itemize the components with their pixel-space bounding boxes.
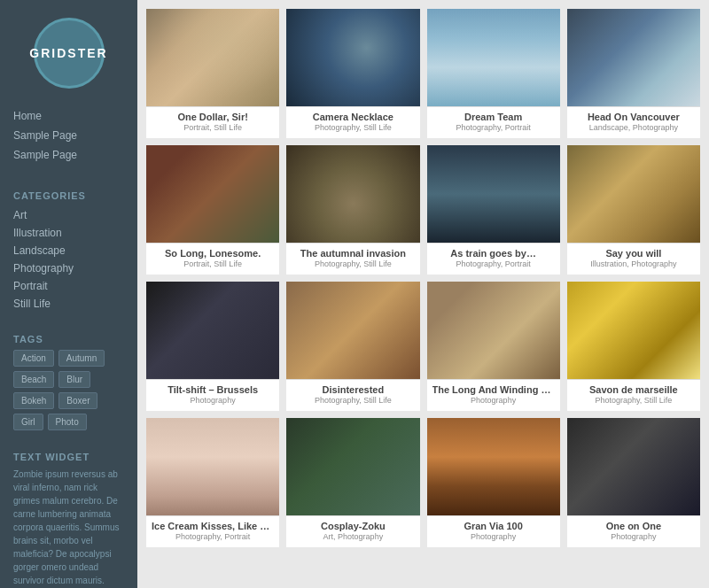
item-title: Say you will (573, 248, 695, 259)
grid-item[interactable]: The autumnal invasionPhotography, Still … (286, 145, 419, 275)
tags-title: TAGS (0, 334, 137, 344)
category-item[interactable]: Still Life (13, 295, 124, 313)
item-info: Say you willIllustration, Photography (567, 244, 700, 275)
item-info: Savon de marseillePhotography, Still Lif… (567, 380, 700, 411)
category-item[interactable]: Landscape (13, 242, 124, 259)
item-categories: Photography, Still Life (292, 259, 414, 268)
photo-thumbnail (427, 9, 560, 106)
text-widget-body: Zombie ipsum reversus ab viral inferno, … (0, 468, 137, 587)
item-categories: Illustration, Photography (573, 259, 695, 268)
sidebar-nav-item[interactable]: Sample Page (13, 126, 124, 145)
item-title: Disinterested (292, 384, 414, 395)
grid-item[interactable]: The Long And Winding RoadPhotography (427, 282, 560, 411)
grid-item[interactable]: Gran Via 100Photography (427, 418, 560, 547)
item-info: Gran Via 100Photography (427, 516, 560, 547)
grid-item[interactable]: Head On VancouverLandscape, Photography (567, 9, 700, 138)
item-title: One Dollar, Sir! (152, 112, 274, 122)
item-title: Cosplay-Zoku (292, 521, 414, 531)
item-title: Tilt-shift – Brussels (152, 384, 274, 395)
logo: GRIDSTER (34, 18, 105, 89)
text-widget-title: TEXT WIDGET (0, 452, 137, 462)
item-categories: Portrait, Still Life (152, 123, 274, 132)
tag-button[interactable]: Boxer (58, 392, 97, 409)
categories-title: CATEGORIES (0, 190, 137, 201)
photo-thumbnail (146, 145, 279, 243)
grid-item[interactable]: Dream TeamPhotography, Portrait (427, 9, 560, 138)
tag-button[interactable]: Action (13, 350, 54, 367)
tag-button[interactable]: Bokeh (13, 392, 54, 409)
photo-thumbnail (567, 9, 700, 106)
item-categories: Photography, Still Life (573, 396, 695, 405)
item-info: Tilt-shift – BrusselsPhotography (146, 380, 279, 411)
item-info: DisinterestedPhotography, Still Life (286, 380, 419, 411)
item-info: One on OnePhotography (567, 516, 700, 547)
grid-item[interactable]: Tilt-shift – BrusselsPhotography (146, 282, 279, 411)
grid-item[interactable]: One on OnePhotography (567, 418, 700, 547)
item-categories: Landscape, Photography (573, 123, 695, 132)
categories-list: ArtIllustrationLandscapePhotographyPortr… (0, 206, 137, 321)
photo-thumbnail (567, 418, 700, 515)
item-title: Savon de marseille (573, 384, 695, 395)
item-title: So Long, Lonesome. (152, 248, 274, 259)
tag-button[interactable]: Beach (13, 371, 54, 388)
grid-item[interactable]: Ice Cream Kisses, Like SummerPhotography… (146, 418, 279, 547)
sidebar-nav-item[interactable]: Home (13, 106, 124, 126)
item-title: As train goes by… (432, 248, 555, 259)
sidebar-nav: HomeSample PageSample Page (0, 106, 137, 178)
grid-item[interactable]: Savon de marseillePhotography, Still Lif… (567, 282, 700, 411)
item-categories: Photography (432, 532, 555, 541)
item-categories: Photography (573, 532, 695, 541)
item-info: One Dollar, Sir!Portrait, Still Life (146, 107, 279, 138)
item-info: Dream TeamPhotography, Portrait (427, 107, 560, 138)
photo-thumbnail (286, 418, 419, 515)
item-info: Cosplay-ZokuArt, Photography (286, 516, 419, 547)
item-info: As train goes by…Photography, Portrait (427, 244, 560, 275)
item-info: Ice Cream Kisses, Like SummerPhotography… (146, 516, 279, 547)
item-categories: Art, Photography (292, 532, 414, 541)
category-item[interactable]: Illustration (13, 224, 124, 242)
item-title: Dream Team (432, 112, 555, 122)
grid-item[interactable]: Camera NecklacePhotography, Still Life (286, 9, 419, 138)
photo-thumbnail (146, 282, 279, 379)
item-title: The Long And Winding Road (432, 384, 555, 395)
item-title: Ice Cream Kisses, Like Summer (152, 521, 274, 531)
sidebar-nav-item[interactable]: Sample Page (13, 145, 124, 165)
photo-thumbnail (286, 282, 419, 379)
item-info: The Long And Winding RoadPhotography (427, 380, 560, 411)
tag-button[interactable]: Girl (13, 414, 43, 430)
photo-grid: One Dollar, Sir!Portrait, Still LifeCame… (146, 9, 700, 547)
item-title: The autumnal invasion (292, 248, 414, 259)
item-info: The autumnal invasionPhotography, Still … (286, 244, 419, 275)
tag-button[interactable]: Blur (58, 371, 90, 388)
category-item[interactable]: Photography (13, 259, 124, 277)
photo-thumbnail (567, 282, 700, 379)
grid-item[interactable]: Cosplay-ZokuArt, Photography (286, 418, 419, 547)
item-info: Camera NecklacePhotography, Still Life (286, 107, 419, 138)
photo-thumbnail (146, 418, 279, 515)
item-title: Head On Vancouver (573, 112, 695, 122)
item-title: Camera Necklace (292, 112, 414, 122)
item-info: So Long, Lonesome.Portrait, Still Life (146, 244, 279, 275)
item-categories: Photography, Still Life (292, 396, 414, 405)
tag-button[interactable]: Autumn (58, 350, 105, 367)
item-info: Head On VancouverLandscape, Photography (567, 107, 700, 138)
category-item[interactable]: Portrait (13, 277, 124, 295)
grid-item[interactable]: So Long, Lonesome.Portrait, Still Life (146, 145, 279, 275)
photo-thumbnail (286, 145, 419, 243)
grid-item[interactable]: One Dollar, Sir!Portrait, Still Life (146, 9, 279, 138)
item-categories: Photography, Portrait (432, 259, 555, 268)
item-categories: Photography, Still Life (292, 123, 414, 132)
grid-item[interactable]: As train goes by…Photography, Portrait (427, 145, 560, 275)
tag-button[interactable]: Photo (48, 414, 87, 430)
photo-thumbnail (427, 145, 560, 243)
photo-thumbnail (427, 418, 560, 515)
grid-item[interactable]: DisinterestedPhotography, Still Life (286, 282, 419, 411)
item-categories: Photography (152, 396, 274, 405)
item-categories: Photography, Portrait (152, 532, 274, 541)
main-content: One Dollar, Sir!Portrait, Still LifeCame… (137, 0, 709, 588)
photo-thumbnail (427, 282, 560, 379)
photo-thumbnail (146, 9, 279, 106)
photo-thumbnail (286, 9, 419, 106)
grid-item[interactable]: Say you willIllustration, Photography (567, 145, 700, 275)
category-item[interactable]: Art (13, 206, 124, 224)
